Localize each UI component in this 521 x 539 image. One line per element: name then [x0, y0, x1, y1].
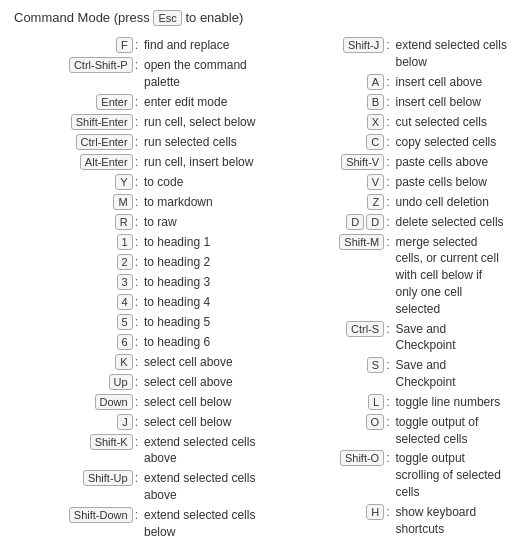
separator: : — [135, 95, 138, 109]
separator: : — [386, 115, 389, 129]
separator: : — [135, 115, 138, 129]
key-part: Enter: — [14, 93, 144, 110]
shortcut-row: Shift-Up:extend selected cells above — [14, 469, 256, 504]
shortcut-key: Ctrl-S — [346, 321, 384, 337]
key-part: DD: — [266, 213, 396, 230]
separator: : — [386, 95, 389, 109]
shortcut-key: Shift-Enter — [71, 114, 133, 130]
shortcut-row: Shift-V:paste cells above — [266, 153, 508, 171]
key-part: S: — [266, 356, 396, 373]
shortcut-key: C — [366, 134, 384, 150]
shortcut-desc: select cell below — [144, 393, 256, 411]
shortcut-desc: cut selected cells — [396, 113, 508, 131]
shortcut-desc: merge selected cells, or current cell wi… — [396, 233, 508, 318]
shortcut-row: 4:to heading 4 — [14, 293, 256, 311]
shortcut-row: 1:to heading 1 — [14, 233, 256, 251]
key-part: K: — [14, 353, 144, 370]
separator: : — [135, 435, 138, 449]
shortcut-desc: extend selected cells above — [144, 433, 256, 468]
shortcut-key: 4 — [117, 294, 133, 310]
shortcut-desc: delete selected cells — [396, 213, 508, 231]
key-part: Shift-J: — [266, 36, 396, 53]
key-part: 3: — [14, 273, 144, 290]
shortcut-row: V:paste cells below — [266, 173, 508, 191]
key-part: Ctrl-S: — [266, 320, 396, 337]
shortcut-row: R:to raw — [14, 213, 256, 231]
shortcut-desc: toggle output of selected cells — [396, 413, 508, 448]
shortcut-row: M:to markdown — [14, 193, 256, 211]
shortcut-row: Z:undo cell deletion — [266, 193, 508, 211]
shortcut-desc: select cell below — [144, 413, 256, 431]
shortcut-row: S:Save and Checkpoint — [266, 356, 508, 391]
shortcut-row: Shift-O:toggle output scrolling of selec… — [266, 449, 508, 500]
shortcut-row: Alt-Enter:run cell, insert below — [14, 153, 256, 171]
shortcut-desc: to heading 2 — [144, 253, 256, 271]
separator: : — [135, 295, 138, 309]
shortcut-desc: to heading 5 — [144, 313, 256, 331]
key-part: H: — [266, 503, 396, 520]
shortcut-row: Y:to code — [14, 173, 256, 191]
shortcut-desc: open the command palette — [144, 56, 256, 91]
shortcut-key: Shift-K — [90, 434, 133, 450]
key-part: Down: — [14, 393, 144, 410]
key-part: 6: — [14, 333, 144, 350]
separator: : — [386, 135, 389, 149]
shortcut-row: O:toggle output of selected cells — [266, 413, 508, 448]
shortcut-key: 6 — [117, 334, 133, 350]
shortcut-row: 3:to heading 3 — [14, 273, 256, 291]
left-column: F:find and replaceCtrl-Shift-P:open the … — [14, 36, 256, 539]
key-part: C: — [266, 133, 396, 150]
shortcut-desc: insert cell above — [396, 73, 508, 91]
separator: : — [135, 275, 138, 289]
shortcut-key: Up — [109, 374, 133, 390]
key-part: Up: — [14, 373, 144, 390]
separator: : — [386, 358, 389, 372]
esc-key-title: Esc — [153, 10, 181, 26]
shortcut-row: Enter:enter edit mode — [14, 93, 256, 111]
shortcut-desc: to code — [144, 173, 256, 191]
separator: : — [386, 505, 389, 519]
shortcut-key: V — [367, 174, 384, 190]
separator: : — [386, 415, 389, 429]
shortcut-key: X — [367, 114, 384, 130]
shortcut-desc: paste cells above — [396, 153, 508, 171]
key-part: X: — [266, 113, 396, 130]
shortcut-key: H — [366, 504, 384, 520]
shortcut-row: 5:to heading 5 — [14, 313, 256, 331]
shortcut-row: Up:select cell above — [14, 373, 256, 391]
separator: : — [135, 395, 138, 409]
key-part: 5: — [14, 313, 144, 330]
separator: : — [135, 155, 138, 169]
shortcut-key: Down — [95, 394, 133, 410]
shortcut-key: Shift-Down — [69, 507, 133, 523]
shortcut-key: J — [117, 414, 133, 430]
separator: : — [135, 355, 138, 369]
title-text: Command Mode (press — [14, 10, 150, 25]
shortcut-desc: insert cell below — [396, 93, 508, 111]
shortcut-row: Ctrl-Shift-P:open the command palette — [14, 56, 256, 91]
right-column: Shift-J:extend selected cells belowA:ins… — [266, 36, 508, 539]
key-part: Y: — [14, 173, 144, 190]
shortcut-key: 5 — [117, 314, 133, 330]
separator: : — [386, 215, 389, 229]
shortcut-key: Ctrl-Enter — [76, 134, 133, 150]
key-part: R: — [14, 213, 144, 230]
key-part: F: — [14, 36, 144, 53]
shortcut-columns: F:find and replaceCtrl-Shift-P:open the … — [14, 36, 507, 539]
key-part: 1: — [14, 233, 144, 250]
shortcut-key: O — [366, 414, 385, 430]
shortcut-row: X:cut selected cells — [266, 113, 508, 131]
shortcut-desc: extend selected cells below — [396, 36, 508, 71]
separator: : — [135, 375, 138, 389]
shortcut-row: J:select cell below — [14, 413, 256, 431]
shortcut-key: Shift-J — [343, 37, 384, 53]
shortcut-key: Shift-Up — [83, 470, 133, 486]
shortcut-key: D — [346, 214, 364, 230]
shortcut-key: S — [367, 357, 384, 373]
shortcut-key: Shift-M — [339, 234, 384, 250]
shortcut-row: Shift-Enter:run cell, select below — [14, 113, 256, 131]
key-part: Shift-Enter: — [14, 113, 144, 130]
shortcut-desc: run cell, select below — [144, 113, 256, 131]
shortcut-desc: enter edit mode — [144, 93, 256, 111]
separator: : — [135, 335, 138, 349]
